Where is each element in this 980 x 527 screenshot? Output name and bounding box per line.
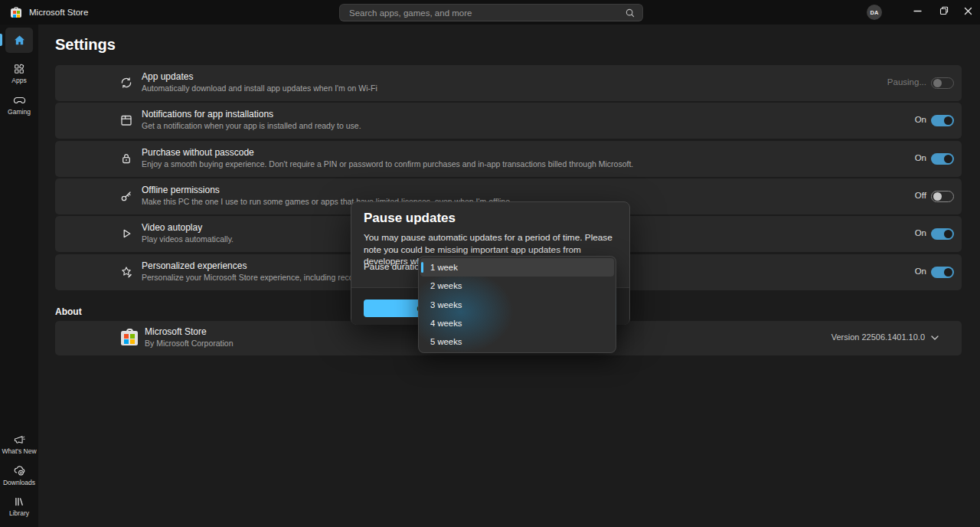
app-updates-toggle[interactable] (931, 77, 954, 89)
purchase-passcode-toggle[interactable] (931, 153, 954, 165)
pause-duration-label: Pause duration (364, 261, 424, 272)
star-pencil-icon (119, 265, 133, 279)
personalized-experiences-toggle[interactable] (931, 267, 954, 278)
chevron-down-icon[interactable] (929, 332, 940, 343)
option-label: 1 week (430, 263, 458, 272)
sidebar-item-gaming[interactable]: Gaming (0, 93, 38, 116)
setting-title: Purchase without passcode (142, 147, 254, 158)
search-icon[interactable] (625, 8, 635, 18)
dialog-title: Pause updates (364, 211, 456, 226)
setting-row-app-updates: App updates Automatically download and i… (55, 65, 962, 101)
about-heading: About (55, 306, 82, 317)
setting-subtitle: Play videos automatically. (142, 234, 234, 244)
sync-icon (119, 76, 133, 90)
maximize-button[interactable] (931, 0, 957, 21)
sidebar-item-whats-new[interactable]: What's New (0, 434, 38, 455)
toggle-state-label: Off (915, 191, 926, 200)
sidebar-label-gaming: Gaming (0, 108, 38, 116)
toggle-state-label: On (915, 115, 926, 124)
sidebar-label-whats-new: What's New (0, 447, 38, 455)
sidebar-item-home[interactable] (5, 28, 33, 53)
page-title: Settings (55, 36, 116, 54)
dropdown-option-1-week[interactable]: 1 week (420, 258, 614, 277)
toggle-state-label: On (915, 228, 926, 237)
pause-duration-dropdown: 1 week 2 weeks 3 weeks 4 weeks 5 weeks (418, 256, 616, 353)
option-label: 5 weeks (430, 337, 462, 346)
app-install-icon (119, 113, 133, 127)
toggle-state-label: On (915, 267, 926, 276)
home-icon (13, 34, 26, 47)
library-icon (13, 496, 25, 508)
setting-row-notifications: Notifications for app installations Get … (55, 103, 962, 139)
titlebar: Microsoft Store DA (0, 0, 980, 25)
dropdown-option-3-weeks[interactable]: 3 weeks (420, 295, 614, 313)
setting-title: Notifications for app installations (142, 109, 273, 119)
setting-subtitle: Get a notification when your app is inst… (142, 121, 361, 130)
selected-option-indicator (421, 262, 423, 273)
about-version: Version 22506.1401.10.0 (831, 332, 925, 342)
search-input[interactable] (340, 5, 642, 21)
offline-permissions-toggle[interactable] (931, 191, 954, 202)
lock-icon (119, 152, 133, 165)
dropdown-option-2-weeks[interactable]: 2 weeks (420, 277, 614, 295)
setting-title: Video autoplay (142, 222, 202, 233)
cloud-download-icon (13, 464, 26, 477)
toggle-state-label: On (915, 153, 926, 162)
about-app-name: Microsoft Store (145, 326, 207, 337)
setting-title: Offline permissions (142, 185, 220, 195)
search-box[interactable] (339, 4, 643, 21)
dropdown-option-4-weeks[interactable]: 4 weeks (420, 314, 614, 332)
close-button[interactable] (955, 0, 980, 21)
sidebar: Apps Gaming What's New Downloads Library (0, 25, 38, 527)
apps-icon (13, 63, 25, 75)
dropdown-option-5-weeks[interactable]: 5 weeks (420, 332, 614, 351)
microsoft-store-logo-icon (121, 331, 138, 345)
toggle-state-label: Pausing... (887, 77, 926, 87)
sidebar-label-apps: Apps (0, 77, 38, 84)
sidebar-item-downloads[interactable]: Downloads (0, 464, 38, 486)
minimize-button[interactable] (904, 0, 930, 21)
key-icon (119, 189, 133, 203)
setting-subtitle: Automatically download and install app u… (142, 83, 377, 93)
avatar[interactable]: DA (867, 5, 882, 20)
setting-title: Personalized experiences (142, 260, 247, 271)
nav-selected-indicator (0, 34, 2, 46)
setting-row-purchase-passcode: Purchase without passcode Enjoy a smooth… (55, 141, 962, 177)
sidebar-label-downloads: Downloads (0, 479, 38, 486)
sidebar-item-apps[interactable]: Apps (0, 63, 38, 84)
option-label: 2 weeks (430, 281, 462, 290)
setting-title: App updates (142, 71, 193, 82)
microsoft-store-logo-icon (11, 8, 21, 18)
setting-subtitle: Enjoy a smooth buying experience. Don't … (142, 159, 633, 169)
megaphone-icon (13, 434, 25, 446)
app-title: Microsoft Store (29, 0, 88, 25)
sidebar-label-library: Library (0, 509, 38, 517)
gaming-icon (13, 93, 26, 106)
option-label: 4 weeks (430, 319, 462, 328)
avatar-initials: DA (871, 9, 879, 16)
sidebar-item-library[interactable]: Library (0, 496, 38, 517)
video-autoplay-toggle[interactable] (931, 228, 954, 240)
play-icon (119, 227, 133, 241)
notifications-toggle[interactable] (931, 115, 954, 126)
about-publisher: By Microsoft Corporation (145, 339, 234, 348)
option-label: 3 weeks (430, 300, 462, 309)
